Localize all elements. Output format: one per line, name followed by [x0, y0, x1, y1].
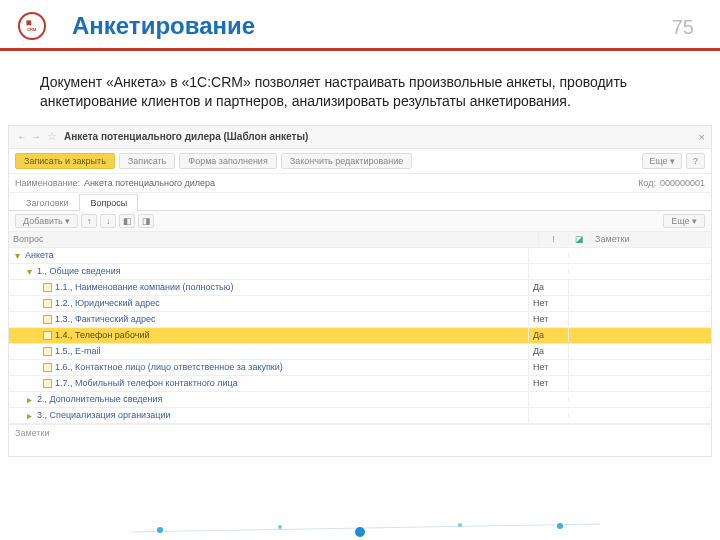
table-row[interactable]: 1.3., Фактический адресНет: [9, 312, 711, 328]
item-icon: [43, 299, 52, 308]
code-value[interactable]: 000000001: [660, 178, 705, 188]
table-row[interactable]: ▸2., Дополнительные сведения: [9, 392, 711, 408]
move-down-icon[interactable]: ↓: [100, 214, 116, 228]
row-text: 1.1., Наименование компании (полностью): [55, 282, 234, 292]
row-yn: [529, 253, 569, 257]
table-row[interactable]: 1.6., Контактное лицо (лицо ответственно…: [9, 360, 711, 376]
row-yn: Да: [529, 344, 569, 358]
slide-title: Анкетирование: [72, 12, 255, 40]
save-button[interactable]: Записать: [119, 153, 175, 169]
row-text: 1.6., Контактное лицо (лицо ответственно…: [55, 362, 283, 372]
item-icon: [43, 283, 52, 292]
sub-more-button[interactable]: Еще ▾: [663, 214, 705, 228]
svg-line-2: [130, 524, 600, 532]
row-yn: [529, 269, 569, 273]
more-button[interactable]: Еще ▾: [642, 153, 682, 169]
item-icon: [43, 363, 52, 372]
item-icon: [43, 347, 52, 356]
table-row[interactable]: ▾Анкета: [9, 248, 711, 264]
row-yn: Нет: [529, 360, 569, 374]
svg-point-6: [458, 523, 462, 527]
app-titlebar: ← → ☆ Анкета потенциального дилера (Шабл…: [9, 126, 711, 149]
finish-edit-button[interactable]: Закончить редактирование: [281, 153, 412, 169]
row-yn: Да: [529, 280, 569, 294]
nav-fwd-icon[interactable]: →: [29, 130, 43, 144]
questions-toolbar: Добавить ▾ ↑ ↓ ◧ ◨ Еще ▾: [9, 211, 711, 232]
table-row[interactable]: 1.4., Телефон рабочийДа: [9, 328, 711, 344]
slide-header: CRM Анкетирование 75: [0, 0, 720, 51]
svg-text:CRM: CRM: [27, 27, 37, 32]
row-yn: Нет: [529, 296, 569, 310]
crm-logo: CRM: [18, 12, 46, 40]
logo-icon: CRM: [24, 18, 40, 34]
slide-description: Документ «Анкета» в «1С:CRM» позволяет н…: [0, 51, 720, 125]
row-text: 1.3., Фактический адрес: [55, 314, 156, 324]
row-text: 1.4., Телефон рабочий: [55, 330, 150, 340]
row-text: 1.7., Мобильный телефон контактного лица: [55, 378, 238, 388]
row-text: 1.5., E-mail: [55, 346, 101, 356]
svg-point-5: [355, 527, 365, 537]
row-text: Анкета: [25, 250, 54, 260]
row-yn: [529, 413, 569, 417]
notes-panel: Заметки: [9, 424, 711, 456]
tab-headers[interactable]: Заголовки: [15, 194, 79, 211]
row-yn: Нет: [529, 376, 569, 390]
toolbar-icon-2[interactable]: ◨: [138, 214, 154, 228]
svg-point-7: [557, 523, 563, 529]
row-text: 1., Общие сведения: [37, 266, 121, 276]
table-row[interactable]: 1.2., Юридический адресНет: [9, 296, 711, 312]
page-number: 75: [672, 16, 694, 39]
table-row[interactable]: ▾1., Общие сведения: [9, 264, 711, 280]
expand-icon[interactable]: ▾: [27, 266, 37, 277]
col-flag2-header[interactable]: ◪: [569, 234, 591, 244]
svg-rect-0: [26, 20, 31, 25]
move-up-icon[interactable]: ↑: [81, 214, 97, 228]
table-row[interactable]: ▸3., Специализация организации: [9, 408, 711, 424]
grid-body: ▾Анкета▾1., Общие сведения1.1., Наименов…: [9, 248, 711, 424]
row-yn: Нет: [529, 312, 569, 326]
tabs: Заголовки Вопросы: [9, 193, 711, 211]
col-notes-header[interactable]: Заметки: [591, 232, 711, 246]
fill-form-button[interactable]: Форма заполнения: [179, 153, 276, 169]
expand-icon[interactable]: ▾: [15, 250, 25, 261]
footer-decoration: [0, 514, 720, 540]
item-icon: [43, 379, 52, 388]
close-icon[interactable]: ×: [699, 131, 705, 143]
row-text: 1.2., Юридический адрес: [55, 298, 160, 308]
table-row[interactable]: 1.1., Наименование компании (полностью)Д…: [9, 280, 711, 296]
row-text: 3., Специализация организации: [37, 410, 170, 420]
row-text: 2., Дополнительные сведения: [37, 394, 162, 404]
row-yn: Да: [529, 328, 569, 342]
col-question-header[interactable]: Вопрос: [9, 232, 539, 246]
name-row: Наименование: Анкета потенциального диле…: [9, 174, 711, 193]
main-toolbar: Записать и закрыть Записать Форма заполн…: [9, 149, 711, 174]
notes-label: Заметки: [15, 428, 49, 438]
item-icon: [43, 315, 52, 324]
code-label: Код:: [638, 178, 656, 188]
col-flag1-header[interactable]: !: [539, 234, 569, 244]
toolbar-icon-1[interactable]: ◧: [119, 214, 135, 228]
expand-icon[interactable]: ▸: [27, 394, 37, 405]
save-close-button[interactable]: Записать и закрыть: [15, 153, 115, 169]
tab-questions[interactable]: Вопросы: [79, 194, 138, 211]
expand-icon[interactable]: ▸: [27, 410, 37, 421]
item-icon: [43, 331, 52, 340]
table-row[interactable]: 1.5., E-mailДа: [9, 344, 711, 360]
table-row[interactable]: 1.7., Мобильный телефон контактного лица…: [9, 376, 711, 392]
favorite-star-icon[interactable]: ☆: [47, 130, 57, 143]
app-window: ← → ☆ Анкета потенциального дилера (Шабл…: [8, 125, 712, 457]
name-value[interactable]: Анкета потенциального дилера: [84, 178, 215, 188]
add-button[interactable]: Добавить ▾: [15, 214, 78, 228]
help-button[interactable]: ?: [686, 153, 705, 169]
grid-header: Вопрос ! ◪ Заметки: [9, 232, 711, 248]
nav-back-icon[interactable]: ←: [15, 130, 29, 144]
svg-point-4: [278, 525, 282, 529]
name-label: Наименование:: [15, 178, 80, 188]
svg-point-3: [157, 527, 163, 533]
row-yn: [529, 397, 569, 401]
window-title: Анкета потенциального дилера (Шаблон анк…: [64, 131, 308, 142]
